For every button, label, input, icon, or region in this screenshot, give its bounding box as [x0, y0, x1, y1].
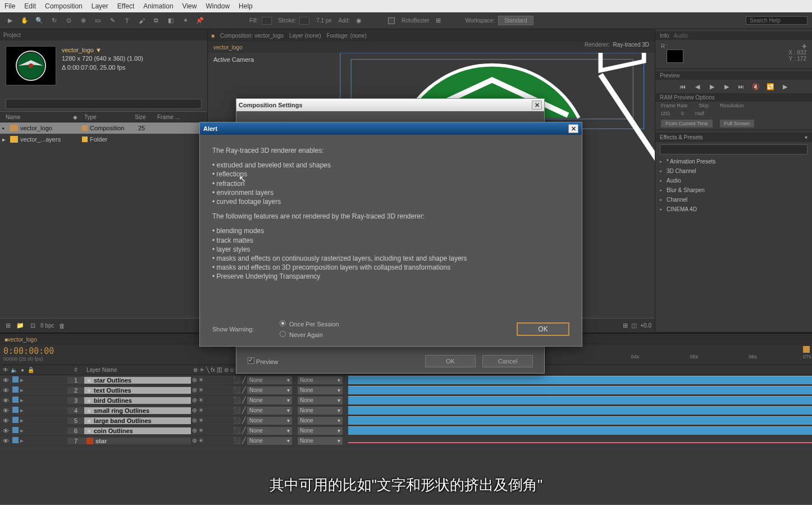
track-matte-dropdown[interactable]: None▾ — [298, 376, 343, 384]
layer-bar[interactable] — [348, 442, 812, 443]
shy-icon[interactable]: ⊗ — [192, 417, 197, 424]
menu-view[interactable]: View — [183, 2, 197, 10]
effects-category[interactable]: Audio — [655, 176, 812, 185]
never-again-radio[interactable] — [280, 331, 286, 337]
layer-tab[interactable]: Layer (none) — [289, 33, 321, 39]
menu-window[interactable]: Window — [206, 2, 230, 10]
play-icon[interactable]: ▶ — [706, 82, 718, 91]
eye-col-icon[interactable]: 👁 — [2, 367, 9, 373]
close-icon[interactable]: ✕ — [568, 124, 578, 133]
blend-mode-dropdown[interactable]: None▾ — [247, 376, 292, 384]
from-current-time-button[interactable]: From Current Time — [661, 120, 713, 128]
ok-button[interactable]: OK — [425, 355, 476, 367]
collapse-icon[interactable]: ☀ — [198, 427, 204, 434]
rect-tool-icon[interactable]: ▭ — [92, 15, 103, 26]
puppet-tool-icon[interactable]: 📌 — [194, 15, 206, 26]
visibility-toggle[interactable]: 👁 — [0, 417, 11, 424]
comp-subtab[interactable]: vector_logo — [213, 44, 243, 51]
info-tab[interactable]: Info — [660, 33, 669, 39]
layer-bar[interactable] — [348, 416, 812, 425]
effects-presets-tab[interactable]: Effects & Presets — [660, 134, 703, 140]
layer-name-cell[interactable]: star Outlines — [84, 377, 191, 384]
shy-icon[interactable]: ⊗ — [192, 437, 197, 444]
3d-icon[interactable]: ⬛ — [233, 407, 241, 414]
loop-icon[interactable]: 🔁 — [765, 82, 776, 91]
label-color[interactable] — [12, 417, 19, 423]
col-frame[interactable]: Frame ... — [154, 114, 183, 120]
layer-bar[interactable] — [348, 386, 812, 394]
track-matte-dropdown[interactable]: None▾ — [298, 407, 343, 415]
timeline-layer[interactable]: 👁▸4small ring Outlines⊗☀⬛╱None▾None▾ — [0, 406, 812, 416]
visibility-toggle[interactable]: 👁 — [0, 397, 11, 404]
track-matte-dropdown[interactable]: None▾ — [298, 417, 343, 425]
motion-blur-icon[interactable]: ╱ — [242, 376, 246, 384]
project-tab[interactable]: Project — [3, 32, 21, 38]
blend-mode-dropdown[interactable]: None▾ — [247, 397, 292, 404]
project-item[interactable]: ▪ vector_logo Composition 25 — [0, 122, 207, 134]
effects-category[interactable]: Blur & Sharpen — [655, 185, 812, 195]
timeline-layer[interactable]: 👁▸7star⊗☀⬛╱None▾None▾ — [0, 436, 812, 446]
track-matte-dropdown[interactable]: None▾ — [298, 427, 343, 435]
menu-animation[interactable]: Animation — [143, 2, 173, 10]
motion-blur-icon[interactable]: ╱ — [242, 437, 246, 444]
ram-preview-options[interactable]: RAM Preview Options — [655, 93, 812, 102]
camera-tool-icon[interactable]: ⊙ — [63, 15, 74, 26]
label-swatch[interactable] — [82, 137, 88, 142]
bpc-button[interactable]: 8 bpc — [40, 322, 54, 329]
blend-mode-dropdown[interactable]: None▾ — [247, 386, 292, 394]
track-matte-dropdown[interactable]: None▾ — [298, 397, 343, 404]
menu-effect[interactable]: Effect — [117, 2, 134, 10]
effects-category[interactable]: 3D Channel — [655, 166, 812, 176]
col-num[interactable]: # — [67, 367, 84, 373]
timeline-layer[interactable]: 👁▸2text Outlines⊗☀⬛╱None▾None▾ — [0, 385, 812, 395]
3d-icon[interactable]: ⬛ — [233, 437, 241, 444]
next-frame-icon[interactable]: ▶ — [721, 82, 732, 91]
col-name[interactable]: Name — [2, 114, 70, 120]
search-help-input[interactable] — [746, 16, 808, 25]
collapse-icon[interactable]: ☀ — [198, 397, 204, 404]
track-matte-dropdown[interactable]: None▾ — [298, 386, 343, 394]
menu-composition[interactable]: Composition — [45, 2, 83, 10]
label-color[interactable] — [12, 407, 19, 413]
interpret-icon[interactable]: ⊞ — [3, 321, 12, 330]
workspace-dropdown[interactable]: Standard — [498, 16, 533, 25]
exposure-value[interactable]: +0.0 — [640, 322, 651, 329]
framerate-value[interactable]: (25) — [661, 111, 670, 116]
footage-tab[interactable]: Footage: (none) — [327, 33, 367, 39]
new-folder-icon[interactable]: 📁 — [16, 321, 25, 330]
eraser-tool-icon[interactable]: ◧ — [165, 15, 176, 26]
label-swatch[interactable] — [82, 125, 88, 131]
menu-layer[interactable]: Layer — [92, 2, 108, 10]
layer-switches[interactable]: ⊗☀⬛╱ — [191, 407, 247, 414]
project-list[interactable]: ▪ vector_logo Composition 25 ▸ vector_..… — [0, 122, 207, 318]
visibility-toggle[interactable]: 👁 — [0, 387, 11, 394]
blend-mode-dropdown[interactable]: None▾ — [247, 417, 292, 425]
ram-preview-icon[interactable]: ▶ — [779, 82, 791, 91]
collapse-icon[interactable]: ☀ — [198, 376, 204, 384]
motion-blur-icon[interactable]: ╱ — [242, 397, 246, 404]
timeline-layer[interactable]: 👁▸6coin Outlines⊗☀⬛╱None▾None▾ — [0, 426, 812, 436]
label-color[interactable] — [12, 386, 19, 393]
rotobezier-checkbox[interactable] — [388, 17, 395, 24]
lock-col-icon[interactable]: 🔒 — [28, 367, 34, 373]
visibility-toggle[interactable]: 👁 — [0, 438, 11, 444]
menu-file[interactable]: File — [4, 2, 15, 10]
menu-help[interactable]: Help — [239, 2, 253, 10]
mute-icon[interactable]: 🔇 — [750, 82, 761, 91]
zoom-tool-icon[interactable]: 🔍 — [34, 15, 45, 26]
layer-name-cell[interactable]: bird Outlines — [84, 397, 191, 404]
solo-col-icon[interactable]: ● — [19, 367, 26, 373]
3d-icon[interactable]: ⬛ — [233, 427, 241, 434]
renderer-value[interactable]: Ray-traced 3D — [613, 42, 649, 48]
motion-blur-icon[interactable]: ╱ — [242, 417, 246, 424]
preview-checkbox[interactable] — [248, 357, 254, 364]
col-label[interactable]: ◆ — [70, 114, 81, 120]
effects-search-input[interactable] — [660, 144, 808, 154]
layer-switches[interactable]: ⊗☀⬛╱ — [191, 437, 247, 444]
collapse-icon[interactable]: ☀ — [198, 386, 204, 394]
layer-name-cell[interactable]: text Outlines — [84, 387, 191, 394]
ok-button[interactable]: OK — [517, 322, 569, 336]
shy-icon[interactable]: ⊗ — [192, 386, 197, 394]
layer-name-cell[interactable]: small ring Outlines — [84, 407, 191, 414]
layer-switches[interactable]: ⊗☀⬛╱ — [191, 397, 247, 404]
